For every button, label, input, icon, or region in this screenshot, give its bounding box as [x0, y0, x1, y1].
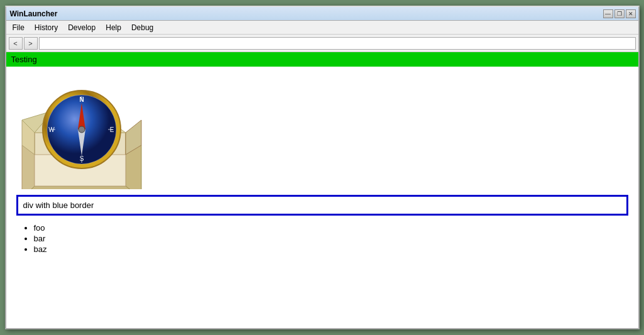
menu-help[interactable]: Help [101, 21, 126, 34]
toolbar: < > [6, 35, 638, 52]
blue-border-text: div with blue border [23, 200, 94, 210]
svg-point-18 [79, 126, 85, 133]
title-bar-buttons: — ❐ ✕ [603, 9, 636, 18]
title-bar: WinLauncher — ❐ ✕ [6, 7, 638, 21]
compass-container: N S E W [6, 67, 638, 192]
address-bar[interactable] [39, 37, 636, 50]
menu-debug[interactable]: Debug [126, 21, 158, 34]
list-item: bar [34, 234, 626, 243]
svg-marker-3 [22, 186, 141, 189]
compass-box-svg: N S E W [19, 73, 145, 189]
back-button[interactable]: < [9, 37, 23, 50]
close-button[interactable]: ✕ [626, 9, 636, 18]
list-container: foo bar baz [6, 218, 638, 260]
minimize-button[interactable]: — [603, 9, 613, 18]
restore-button[interactable]: ❐ [614, 9, 625, 18]
item-list: foo bar baz [19, 223, 626, 254]
menu-history[interactable]: History [30, 21, 63, 34]
menu-develop[interactable]: Develop [63, 21, 101, 34]
content-area: Testing [6, 52, 638, 328]
green-banner: Testing [6, 52, 638, 67]
main-window: WinLauncher — ❐ ✕ File History Develop H… [5, 6, 640, 329]
window-title: WinLauncher [10, 9, 58, 18]
compass-icon: N S E W [19, 73, 138, 186]
menu-bar: File History Develop Help Debug [6, 21, 638, 35]
menu-file[interactable]: File [8, 21, 30, 34]
forward-button[interactable]: > [24, 37, 38, 50]
blue-border-div: div with blue border [16, 195, 628, 216]
list-item: foo [34, 223, 626, 233]
list-item: baz [34, 244, 626, 254]
